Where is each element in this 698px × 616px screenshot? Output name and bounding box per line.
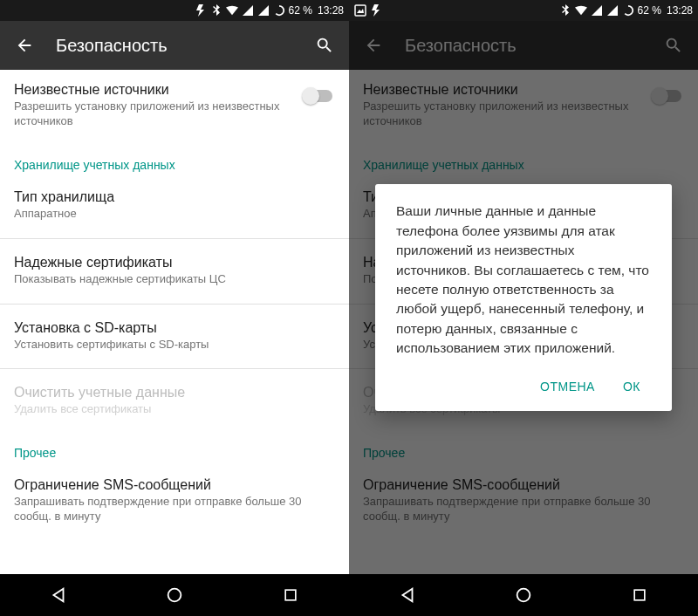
flash-icon bbox=[195, 4, 207, 17]
battery-pct: 62 % bbox=[289, 4, 312, 17]
setting-install-sd[interactable]: Установка с SD-карты Установить сертифик… bbox=[0, 308, 349, 366]
setting-sub: Показывать надежные сертификаты ЦС bbox=[14, 272, 335, 287]
bluetooth-icon bbox=[210, 4, 222, 17]
svg-point-1 bbox=[168, 589, 181, 602]
wifi-icon bbox=[575, 4, 587, 17]
divider bbox=[0, 238, 349, 239]
nav-back-button[interactable] bbox=[32, 574, 85, 616]
statusbar: 62 % 13:28 bbox=[349, 0, 698, 21]
dialog-overlay[interactable]: Ваши личные данные и данные телефона бол… bbox=[349, 21, 698, 574]
setting-trusted-certs[interactable]: Надежные сертификаты Показывать надежные… bbox=[0, 243, 349, 300]
setting-unknown-sources[interactable]: Неизвестные источники Разрешить установк… bbox=[0, 70, 349, 142]
battery-ring-icon bbox=[273, 4, 285, 17]
svg-point-4 bbox=[623, 6, 633, 16]
setting-title: Ограничение SMS-сообщений bbox=[14, 477, 335, 493]
signal-icon-2 bbox=[606, 4, 619, 17]
setting-title: Очистить учетные данные bbox=[14, 385, 335, 400]
setting-title: Неизвестные источники bbox=[14, 82, 295, 98]
nav-recent-button[interactable] bbox=[264, 574, 317, 616]
settings-list: Неизвестные источники Разрешить установк… bbox=[0, 70, 349, 574]
setting-sub: Аппаратное bbox=[14, 207, 335, 222]
divider bbox=[0, 368, 349, 369]
toolbar: Безопасность bbox=[0, 21, 349, 70]
wifi-icon bbox=[226, 4, 238, 17]
divider bbox=[0, 304, 349, 305]
statusbar: 62 % 13:28 bbox=[0, 0, 349, 21]
back-button[interactable] bbox=[7, 28, 42, 63]
setting-title: Тип хранилища bbox=[14, 189, 335, 205]
signal-icon-2 bbox=[257, 4, 270, 17]
nav-home-button[interactable] bbox=[497, 574, 550, 616]
screen-right: 62 % 13:28 Безопасность Неизвестные исто… bbox=[349, 0, 698, 616]
svg-point-0 bbox=[274, 6, 284, 16]
setting-sub: Запрашивать подтверждение при отправке б… bbox=[14, 495, 335, 524]
section-credential-storage: Хранилище учетных данных bbox=[0, 142, 349, 177]
confirm-dialog: Ваши личные данные и данные телефона бол… bbox=[375, 184, 672, 411]
bluetooth-icon bbox=[559, 4, 571, 17]
setting-sub: Удалить все сертификаты bbox=[14, 402, 335, 417]
setting-sms-limit[interactable]: Ограничение SMS-сообщений Запрашивать по… bbox=[0, 465, 349, 537]
setting-sub: Установить сертификаты с SD-карты bbox=[14, 338, 335, 352]
image-icon bbox=[354, 4, 366, 17]
search-button[interactable] bbox=[307, 28, 342, 63]
battery-pct: 62 % bbox=[638, 4, 661, 17]
battery-ring-icon bbox=[622, 4, 634, 17]
setting-title: Установка с SD-карты bbox=[14, 320, 335, 336]
svg-point-5 bbox=[517, 589, 530, 602]
svg-rect-2 bbox=[285, 590, 296, 600]
setting-sub: Разрешить установку приложений из неизве… bbox=[14, 99, 295, 129]
nav-recent-button[interactable] bbox=[613, 574, 666, 616]
section-other: Прочее bbox=[0, 430, 349, 465]
cancel-button[interactable]: ОТМЕНА bbox=[530, 371, 606, 402]
setting-title: Надежные сертификаты bbox=[14, 255, 335, 270]
signal-icon bbox=[242, 4, 254, 17]
nav-home-button[interactable] bbox=[148, 574, 201, 616]
setting-storage-type[interactable]: Тип хранилища Аппаратное bbox=[0, 177, 349, 235]
dialog-actions: ОТМЕНА ОК bbox=[396, 371, 651, 402]
page-title: Безопасность bbox=[56, 36, 307, 56]
flash-icon bbox=[370, 4, 382, 17]
clock: 13:28 bbox=[318, 4, 344, 17]
svg-rect-6 bbox=[634, 590, 645, 600]
signal-icon bbox=[591, 4, 603, 17]
ok-button[interactable]: ОК bbox=[612, 371, 651, 402]
screen-left: 62 % 13:28 Безопасность Неизвестные исто… bbox=[0, 0, 349, 616]
setting-clear-creds: Очистить учетные данные Удалить все серт… bbox=[0, 373, 349, 430]
nav-back-button[interactable] bbox=[381, 574, 434, 616]
navbar bbox=[0, 574, 349, 616]
dialog-message: Ваши личные данные и данные телефона бол… bbox=[396, 202, 651, 359]
toggle-unknown-sources[interactable] bbox=[302, 87, 335, 105]
navbar bbox=[349, 574, 698, 616]
clock: 13:28 bbox=[667, 4, 693, 17]
